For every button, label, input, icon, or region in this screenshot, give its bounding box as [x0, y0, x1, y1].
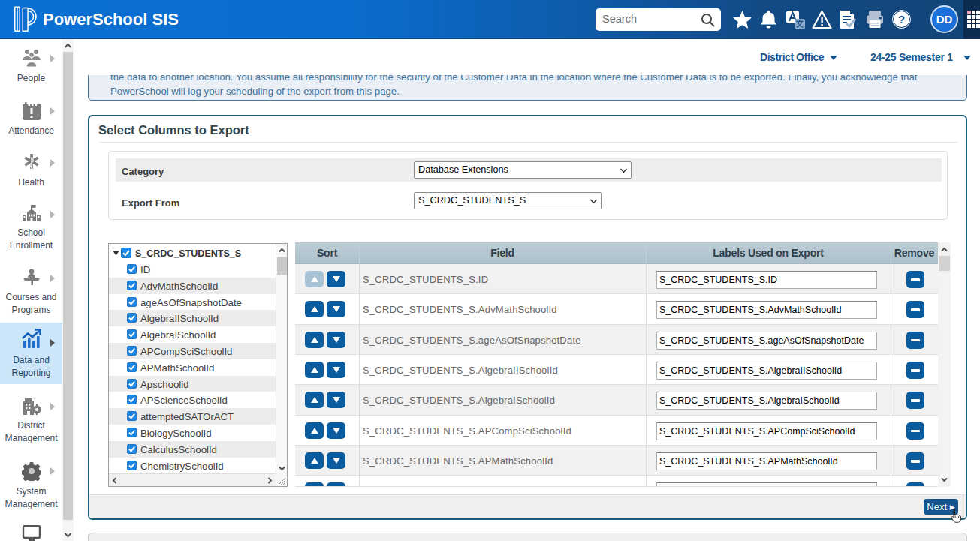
svg-text:?: ?	[898, 13, 905, 26]
